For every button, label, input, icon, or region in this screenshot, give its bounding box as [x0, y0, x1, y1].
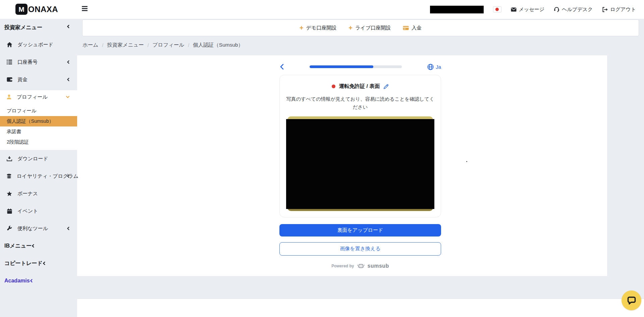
credit-card-icon	[403, 26, 409, 30]
open-demo-account-button[interactable]: + デモ口座開設	[300, 24, 336, 31]
sidebar-subitem-profile[interactable]: プロフィール	[0, 106, 77, 116]
home-icon	[7, 42, 12, 47]
sidebar-item-account-number[interactable]: 口座番号	[0, 55, 77, 69]
verification-progress-bar	[310, 65, 402, 68]
logout-icon	[602, 7, 608, 12]
calendar-icon	[7, 209, 12, 214]
sidebar-item-download[interactable]: ダウンロード	[0, 152, 77, 165]
list-icon	[7, 60, 12, 64]
coins-icon	[6, 174, 12, 179]
sidebar-section-ib-menu[interactable]: IBメニュー	[0, 239, 77, 253]
chevron-left-icon	[67, 24, 70, 29]
chevron-left-icon	[43, 261, 46, 265]
monaxa-logo[interactable]: M ONAXA	[15, 4, 58, 15]
japan-flag-dot-icon	[332, 85, 335, 88]
monaxa-logo-mark: M	[15, 4, 28, 15]
powered-by-sumsub: Powered by sumsub	[279, 263, 441, 269]
breadcrumb: ホーム / 投資家メニュー / プロフィール / 個人認証（Sumsub）	[83, 42, 243, 49]
sidebar-section-acadamis[interactable]: Acadamis	[0, 274, 77, 287]
star-icon	[7, 191, 12, 196]
language-flag-japan-icon[interactable]	[493, 6, 501, 12]
sidebar-item-bonus[interactable]: ボーナス	[0, 187, 77, 200]
sidebar-subitem-kyc-sumsub[interactable]: 個人認証（Sumsub）	[0, 116, 77, 126]
sidebar-item-loyalty-program[interactable]: ロイヤリティ・プログラム	[0, 169, 77, 183]
sidebar-section-investor-menu[interactable]: 投資家メニュー	[0, 19, 77, 34]
logout-link[interactable]: ログアウト	[602, 6, 636, 13]
sidebar-item-profile[interactable]: プロフィール	[0, 90, 77, 104]
stray-dot	[466, 161, 467, 162]
replace-image-button[interactable]: 画像を置き換える	[279, 242, 441, 256]
plus-icon: +	[300, 24, 304, 31]
edit-pencil-icon[interactable]	[383, 84, 389, 89]
footer-panel	[77, 299, 644, 317]
sidebar-section-copy-trade[interactable]: コピートレード	[0, 257, 77, 270]
globe-icon	[427, 64, 434, 70]
headset-icon	[554, 7, 559, 12]
sidebar-subitem-2fa[interactable]: 2段階認証	[0, 137, 77, 147]
chevron-down-icon	[66, 96, 70, 99]
sidebar-navigation: 投資家メニュー ダッシュボード 口座番号 資金 プロフィール プロフィール 個人…	[0, 19, 77, 317]
wrench-icon	[7, 226, 12, 231]
breadcrumb-profile[interactable]: プロフィール	[153, 42, 184, 49]
hamburger-menu-icon[interactable]	[82, 6, 88, 11]
user-icon	[6, 94, 12, 100]
redacted-photo-area	[286, 119, 434, 209]
chat-bubble-icon	[627, 296, 637, 306]
sidebar-profile-group: プロフィール プロフィール 個人認証（Sumsub） 承諾書 2段階認証	[0, 90, 77, 150]
breadcrumb-current-page: 個人認証（Sumsub）	[193, 42, 243, 49]
document-card: 運転免許証 / 表面 写真のすべての情報が見えており、容易に読めることを確認して…	[279, 75, 441, 217]
document-instruction: 写真のすべての情報が見えており、容易に読めることを確認してください	[286, 95, 434, 111]
uploaded-document-photo	[286, 116, 434, 212]
breadcrumb-home[interactable]: ホーム	[83, 42, 98, 49]
account-id-redacted	[430, 6, 484, 13]
sidebar-item-funds[interactable]: 資金	[0, 73, 77, 86]
breadcrumb-investor-menu[interactable]: 投資家メニュー	[107, 42, 144, 49]
monaxa-logo-text: ONAXA	[28, 5, 58, 14]
envelope-icon	[511, 7, 517, 12]
open-live-account-button[interactable]: + ライブ口座開設	[348, 24, 391, 31]
chevron-left-icon	[67, 77, 70, 82]
live-chat-button[interactable]	[622, 290, 641, 310]
sumsub-verification-widget: Ja 運転免許証 / 表面 写真のすべての情報が見えており、容易に読めることを確…	[279, 63, 441, 269]
sidebar-subitem-agreement[interactable]: 承諾書	[0, 126, 77, 137]
chevron-left-icon	[32, 244, 35, 248]
download-icon	[7, 156, 12, 161]
top-navigation-bar: M ONAXA メッセージ ヘルプデスク	[0, 0, 644, 19]
sidebar-item-events[interactable]: イベント	[0, 204, 77, 218]
deposit-button[interactable]: 入金	[403, 25, 422, 31]
messages-link[interactable]: メッセージ	[511, 6, 544, 13]
plus-icon: +	[348, 24, 353, 31]
sidebar-item-tools[interactable]: 便利なツール	[0, 222, 77, 235]
chevron-left-icon	[67, 174, 70, 178]
sidebar-item-dashboard[interactable]: ダッシュボード	[0, 38, 77, 51]
quick-action-bar: + デモ口座開設 + ライブ口座開設 入金	[82, 19, 639, 36]
chevron-left-icon	[67, 60, 70, 64]
language-code: Ja	[436, 64, 441, 70]
upload-back-side-button[interactable]: 裏面をアップロード	[279, 224, 441, 236]
helpdesk-link[interactable]: ヘルプデスク	[554, 6, 593, 13]
chevron-left-icon	[30, 279, 33, 283]
back-arrow-button[interactable]	[279, 63, 284, 70]
chevron-left-icon	[67, 226, 70, 230]
language-selector[interactable]: Ja	[427, 64, 441, 70]
main-content-panel: Ja 運転免許証 / 表面 写真のすべての情報が見えており、容易に読めることを確…	[77, 55, 607, 276]
document-title: 運転免許証 / 表面	[339, 83, 380, 90]
sumsub-logo-icon	[357, 263, 365, 269]
wallet-icon	[7, 77, 12, 82]
